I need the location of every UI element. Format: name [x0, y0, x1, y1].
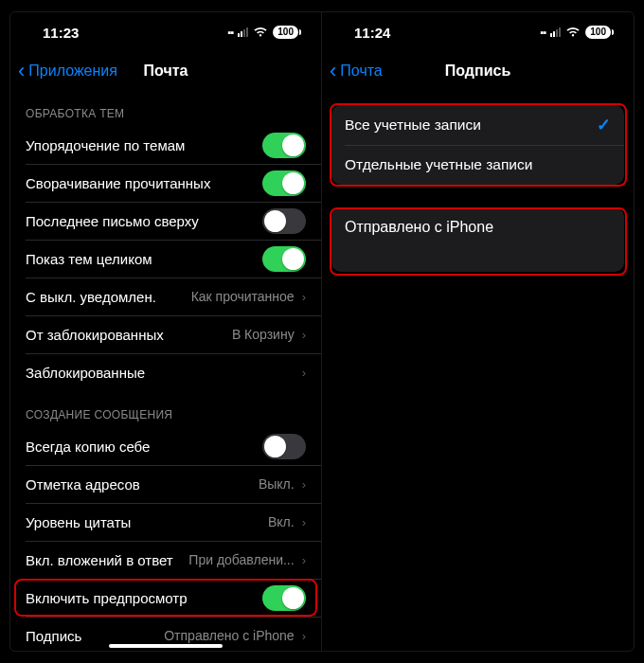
- battery-icon: 100: [585, 26, 611, 39]
- chevron-right-icon: ›: [302, 290, 306, 304]
- row-label: Упорядочение по темам: [26, 137, 190, 153]
- row-label: Показ тем целиком: [26, 251, 158, 267]
- signature-text: Отправлено с iPhone: [345, 219, 493, 235]
- account-scope-row[interactable]: Отдельные учетные записи: [331, 145, 624, 185]
- home-indicator[interactable]: [109, 644, 223, 648]
- row-label: Подпись: [26, 628, 87, 644]
- toggle-switch[interactable]: [262, 208, 306, 234]
- account-scope-row[interactable]: Все учетные записи✓: [331, 105, 624, 145]
- back-button[interactable]: ‹ Почта: [322, 61, 383, 81]
- settings-row[interactable]: Упорядочение по темам: [10, 126, 321, 164]
- status-icons: ▪▪ 100: [541, 26, 612, 39]
- chevron-right-icon: ›: [302, 629, 306, 643]
- row-label: Отметка адресов: [26, 476, 146, 493]
- chevron-right-icon: ›: [302, 515, 306, 529]
- wifi-icon: [565, 27, 581, 38]
- row-value: ›: [302, 366, 306, 380]
- cellular-icon: [550, 27, 561, 37]
- settings-row[interactable]: Отметка адресовВыкл.›: [10, 465, 321, 503]
- back-label: Приложения: [28, 63, 117, 80]
- toggle-switch[interactable]: [262, 246, 306, 272]
- row-label: От заблокированных: [26, 327, 170, 343]
- battery-icon: 100: [273, 26, 298, 39]
- back-button[interactable]: ‹ Приложения: [10, 61, 117, 81]
- dual-sim-icon: ▪▪: [228, 27, 234, 38]
- row-label: Включить предпросмотр: [26, 590, 193, 606]
- row-label: Все учетные записи: [345, 116, 481, 134]
- status-bar: 11:24 ▪▪ 100: [322, 12, 634, 52]
- row-label: Всегда копию себе: [26, 439, 155, 455]
- right-phone: 11:24 ▪▪ 100 ‹ Почта Подпись Все учетные…: [322, 12, 634, 651]
- section-header-compose: СОЗДАНИЕ СООБЩЕНИЯ: [10, 391, 321, 427]
- row-value: При добавлени...›: [188, 552, 306, 567]
- row-label: Заблокированные: [26, 365, 151, 381]
- row-value: Отправлено с iPhone›: [164, 628, 306, 643]
- row-label: Последнее письмо сверху: [26, 213, 205, 229]
- dual-sim-icon: ▪▪: [541, 27, 546, 38]
- signature-editor[interactable]: Отправлено с iPhone: [331, 207, 624, 272]
- wifi-icon: [253, 27, 268, 38]
- row-label: Вкл. вложений в ответ: [26, 552, 179, 568]
- chevron-left-icon: ‹: [330, 61, 336, 81]
- toggle-switch[interactable]: [262, 434, 306, 459]
- toggle-switch[interactable]: [262, 585, 306, 611]
- status-icons: ▪▪ 100: [228, 26, 299, 39]
- settings-row[interactable]: С выкл. уведомлен.Как прочитанное›: [10, 278, 321, 315]
- chevron-left-icon: ‹: [18, 61, 25, 81]
- row-label: Отдельные учетные записи: [345, 156, 532, 173]
- settings-row[interactable]: Последнее письмо сверху: [10, 202, 321, 240]
- nav-bar: ‹ Приложения Почта: [10, 52, 321, 90]
- settings-row[interactable]: Показ тем целиком: [10, 240, 321, 278]
- row-value: Выкл.›: [259, 476, 306, 492]
- back-label: Почта: [340, 63, 382, 80]
- row-label: Сворачивание прочитанных: [26, 175, 216, 191]
- row-label: С выкл. уведомлен.: [26, 289, 162, 305]
- chevron-right-icon: ›: [302, 553, 306, 567]
- account-scope-group: Все учетные записи✓Отдельные учетные зап…: [331, 105, 624, 185]
- settings-row[interactable]: Всегда копию себе: [10, 427, 321, 465]
- settings-row[interactable]: Включить предпросмотр: [10, 579, 321, 617]
- section-header-threads: ОБРАБОТКА ТЕМ: [10, 90, 321, 126]
- row-value: Как прочитанное›: [191, 289, 306, 304]
- settings-row[interactable]: Сворачивание прочитанных: [10, 164, 321, 202]
- check-icon: ✓: [597, 115, 611, 135]
- chevron-right-icon: ›: [302, 366, 306, 380]
- settings-row[interactable]: Уровень цитатыВкл.›: [10, 503, 321, 541]
- status-bar: 11:23 ▪▪ 100: [10, 12, 321, 52]
- status-time: 11:23: [43, 25, 79, 41]
- status-time: 11:24: [354, 25, 390, 41]
- settings-row[interactable]: Вкл. вложений в ответПри добавлени...›: [10, 541, 321, 579]
- row-label: Уровень цитаты: [26, 514, 136, 530]
- settings-row[interactable]: Заблокированные›: [10, 353, 321, 391]
- nav-bar: ‹ Почта Подпись: [322, 52, 634, 90]
- chevron-right-icon: ›: [302, 477, 306, 492]
- cellular-icon: [238, 27, 248, 37]
- row-value: В Корзину›: [232, 327, 306, 342]
- chevron-right-icon: ›: [302, 328, 306, 342]
- left-phone: 11:23 ▪▪ 100 ‹ Приложения Почта ОБРАБОТК…: [10, 12, 322, 651]
- row-value: Вкл.›: [268, 514, 306, 529]
- settings-row[interactable]: От заблокированныхВ Корзину›: [10, 315, 321, 353]
- toggle-switch[interactable]: [262, 133, 306, 158]
- toggle-switch[interactable]: [262, 170, 306, 196]
